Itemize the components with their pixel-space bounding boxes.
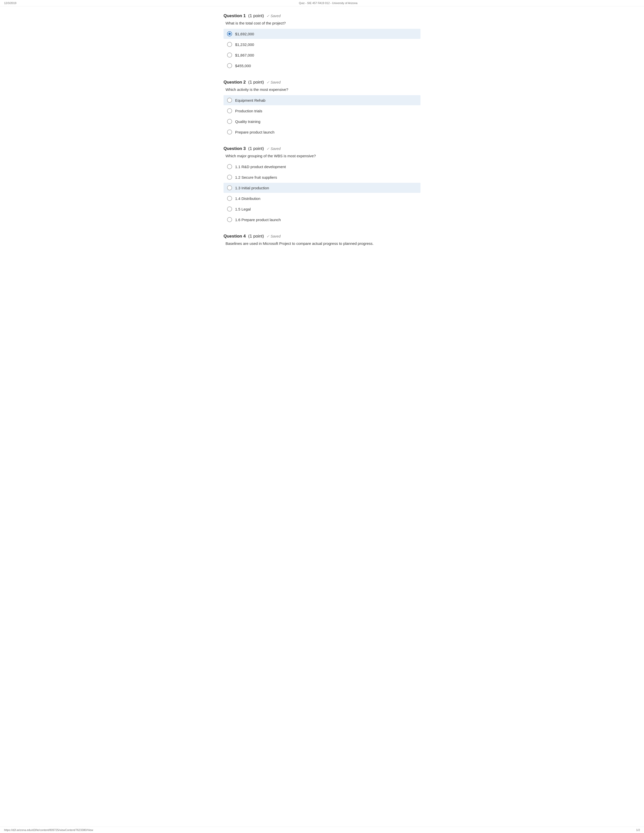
radio-button-3-3[interactable]	[227, 185, 232, 190]
radio-button-3-2[interactable]	[227, 175, 232, 180]
saved-badge-3: ✓ Saved	[266, 147, 280, 151]
options-list-2: Equipment RehabProduction trialsQuality …	[224, 95, 420, 137]
question-number-2: Question 2	[224, 80, 246, 85]
question-header-1: Question 1 (1 point)✓ Saved	[224, 13, 420, 18]
main-content: Question 1 (1 point)✓ SavedWhat is the t…	[213, 6, 431, 270]
option-label-1-3: $1,867,000	[235, 53, 254, 57]
question-header-3: Question 3 (1 point)✓ Saved	[224, 146, 420, 151]
question-points-2: (1 point)	[248, 80, 264, 85]
option-item-1-4[interactable]: $455,000	[224, 61, 420, 71]
option-label-1-2: $1,232,000	[235, 42, 254, 47]
question-points-1: (1 point)	[248, 13, 264, 18]
radio-button-2-3[interactable]	[227, 119, 232, 124]
browser-bar: 12/3/2019 Quiz - SIE 457 FA19 012 - Univ…	[0, 0, 644, 6]
option-item-3-2[interactable]: 1.2 Secure fruit suppliers	[224, 172, 420, 182]
option-item-3-5[interactable]: 1.5 Legal	[224, 204, 420, 214]
options-list-1: $1,692,000$1,232,000$1,867,000$455,000	[224, 29, 420, 71]
question-text-2: Which activity is the most expensive?	[224, 87, 420, 92]
question-block-1: Question 1 (1 point)✓ SavedWhat is the t…	[224, 13, 420, 71]
radio-button-1-4[interactable]	[227, 63, 232, 68]
question-number-3: Question 3	[224, 146, 246, 151]
question-block-3: Question 3 (1 point)✓ SavedWhich major g…	[224, 146, 420, 225]
option-item-2-4[interactable]: Prepare product launch	[224, 127, 420, 137]
question-block-4: Question 4 (1 point)✓ SavedBaselines are…	[224, 234, 420, 246]
check-icon: ✓	[266, 147, 269, 151]
option-item-3-3[interactable]: 1.3 Initial production	[224, 183, 420, 193]
radio-button-3-6[interactable]	[227, 217, 232, 222]
option-label-3-1: 1.1 R&D product development	[235, 165, 286, 169]
saved-label: Saved	[270, 14, 280, 18]
radio-button-1-2[interactable]	[227, 42, 232, 47]
check-icon: ✓	[266, 14, 269, 18]
question-header-2: Question 2 (1 point)✓ Saved	[224, 80, 420, 85]
radio-button-3-5[interactable]	[227, 206, 232, 212]
option-item-1-1[interactable]: $1,692,000	[224, 29, 420, 39]
check-icon: ✓	[266, 234, 269, 238]
option-item-1-3[interactable]: $1,867,000	[224, 50, 420, 60]
question-points-3: (1 point)	[248, 146, 264, 151]
question-text-4: Baselines are used in Microsoft Project …	[224, 241, 420, 246]
radio-inner-1-1	[228, 32, 231, 35]
saved-label: Saved	[270, 147, 280, 151]
option-label-3-3: 1.3 Initial production	[235, 186, 269, 190]
radio-button-1-3[interactable]	[227, 53, 232, 58]
option-label-3-5: 1.5 Legal	[235, 207, 251, 211]
option-label-3-2: 1.2 Secure fruit suppliers	[235, 175, 277, 180]
option-item-3-4[interactable]: 1.4 Distribution	[224, 193, 420, 203]
saved-badge-1: ✓ Saved	[266, 14, 280, 18]
saved-badge-2: ✓ Saved	[266, 80, 280, 84]
option-item-3-6[interactable]: 1.6 Prepare product launch	[224, 215, 420, 225]
radio-button-1-1[interactable]	[227, 31, 232, 36]
browser-date: 12/3/2019	[4, 2, 16, 5]
radio-button-2-4[interactable]	[227, 130, 232, 135]
saved-badge-4: ✓ Saved	[266, 234, 280, 238]
browser-title: Quiz - SIE 457 FA19 012 - University of …	[299, 2, 357, 5]
option-item-2-3[interactable]: Quality training	[224, 116, 420, 127]
radio-button-2-2[interactable]	[227, 108, 232, 113]
option-label-2-3: Quality training	[235, 119, 260, 124]
option-label-1-4: $455,000	[235, 64, 251, 68]
question-number-1: Question 1	[224, 13, 246, 18]
question-header-4: Question 4 (1 point)✓ Saved	[224, 234, 420, 239]
saved-label: Saved	[270, 80, 280, 84]
radio-button-2-1[interactable]	[227, 98, 232, 103]
question-text-3: Which major grouping of the WBS is most …	[224, 154, 420, 158]
question-text-1: What is the total cost of the project?	[224, 21, 420, 25]
option-label-2-1: Equipment Rehab	[235, 98, 266, 103]
check-icon: ✓	[266, 80, 269, 84]
option-item-1-2[interactable]: $1,232,000	[224, 39, 420, 50]
question-points-4: (1 point)	[248, 234, 264, 239]
option-item-2-1[interactable]: Equipment Rehab	[224, 95, 420, 105]
option-label-1-1: $1,692,000	[235, 32, 254, 36]
options-list-3: 1.1 R&D product development1.2 Secure fr…	[224, 162, 420, 225]
option-label-3-6: 1.6 Prepare product launch	[235, 217, 281, 222]
question-block-2: Question 2 (1 point)✓ SavedWhich activit…	[224, 80, 420, 137]
option-label-3-4: 1.4 Distribution	[235, 196, 260, 201]
saved-label: Saved	[270, 234, 280, 238]
option-item-3-1[interactable]: 1.1 R&D product development	[224, 162, 420, 172]
option-item-2-2[interactable]: Production trials	[224, 106, 420, 116]
radio-button-3-1[interactable]	[227, 164, 232, 169]
radio-button-3-4[interactable]	[227, 196, 232, 201]
option-label-2-2: Production trials	[235, 109, 262, 113]
option-label-2-4: Prepare product launch	[235, 130, 275, 134]
question-number-4: Question 4	[224, 234, 246, 239]
